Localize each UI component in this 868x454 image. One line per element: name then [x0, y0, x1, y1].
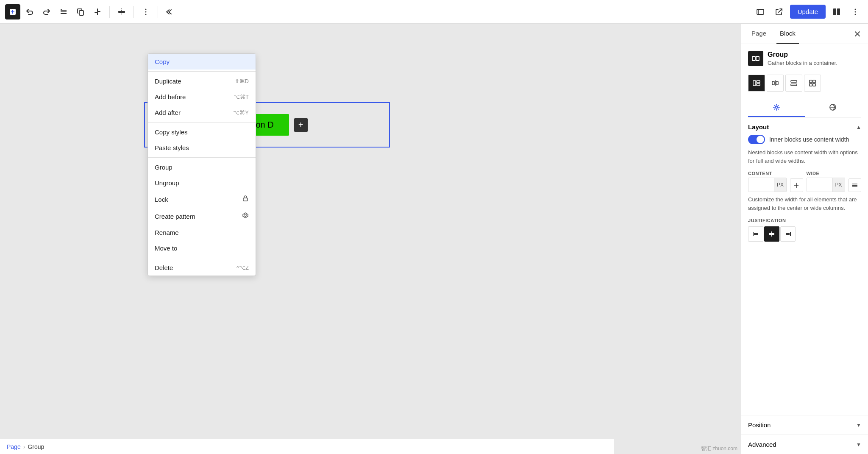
- svg-point-11: [145, 11, 147, 12]
- dimension-row: CONTENT PX WIDE PX: [748, 171, 861, 192]
- content-input[interactable]: [748, 178, 774, 192]
- breadcrumb: Page › Group: [0, 439, 614, 454]
- breadcrumb-separator: ›: [23, 443, 25, 450]
- redo-button[interactable]: [39, 4, 54, 19]
- toolbar: Update: [0, 0, 868, 24]
- svg-rect-34: [791, 81, 797, 82]
- svg-rect-37: [813, 80, 815, 83]
- menu-item-rename[interactable]: Rename: [148, 225, 256, 240]
- update-button[interactable]: Update: [790, 5, 826, 19]
- svg-point-18: [855, 8, 856, 10]
- tab-settings-icon[interactable]: [748, 98, 805, 117]
- menu-item-paste-styles[interactable]: Paste styles: [148, 140, 256, 156]
- breadcrumb-group[interactable]: Group: [28, 443, 44, 450]
- position-section-header[interactable]: Position ▼: [741, 415, 868, 435]
- layout-section-header[interactable]: Layout ▲: [748, 117, 861, 135]
- wide-align-button[interactable]: [849, 178, 861, 192]
- list-view-button[interactable]: [56, 4, 71, 19]
- menu-item-move-to[interactable]: Move to: [148, 240, 256, 256]
- menu-item-group[interactable]: Group: [148, 159, 256, 175]
- svg-point-40: [775, 106, 777, 109]
- group-block-icon: [748, 51, 763, 66]
- menu-item-create-pattern[interactable]: Create pattern: [148, 208, 256, 225]
- svg-rect-35: [791, 84, 797, 86]
- add-block-button[interactable]: [5, 4, 20, 19]
- toggle-row: Inner blocks use content width: [748, 135, 861, 144]
- svg-rect-38: [810, 84, 812, 86]
- svg-point-20: [855, 14, 856, 15]
- svg-rect-29: [757, 81, 760, 83]
- copy-button[interactable]: [73, 4, 88, 19]
- content-width-toggle[interactable]: [748, 135, 765, 144]
- layout-icon-columns[interactable]: [767, 75, 784, 92]
- advanced-section: Advanced ▼: [741, 435, 868, 454]
- block-alignment-button[interactable]: [114, 4, 129, 19]
- view-toggle-button[interactable]: [829, 4, 844, 19]
- svg-point-10: [145, 8, 147, 10]
- panel-body: Group Gather blocks in a container.: [741, 44, 868, 415]
- svg-rect-31: [772, 81, 774, 85]
- svg-rect-7: [79, 11, 83, 15]
- svg-marker-23: [244, 214, 247, 217]
- preview-button[interactable]: [753, 4, 768, 19]
- svg-rect-27: [756, 56, 759, 61]
- content-dimension-group: CONTENT PX: [748, 171, 787, 192]
- layout-icon-grid[interactable]: [804, 75, 821, 92]
- panel-icon-tabs: [748, 98, 861, 117]
- tab-block[interactable]: Block: [776, 24, 799, 44]
- menu-item-add-before[interactable]: Add before ⌥⌘T: [148, 89, 256, 105]
- external-link-button[interactable]: [771, 4, 787, 19]
- layout-icon-group[interactable]: [748, 75, 765, 92]
- menu-item-duplicate[interactable]: Duplicate ⇧⌘D: [148, 73, 256, 89]
- wide-dimension-group: WIDE PX: [807, 171, 845, 192]
- menu-divider-1: [148, 71, 256, 72]
- more-options-button[interactable]: [138, 4, 153, 19]
- toggle-knob: [757, 136, 764, 143]
- more-menu-button[interactable]: [848, 4, 863, 19]
- layout-icon-stack[interactable]: [785, 75, 802, 92]
- undo-button[interactable]: [22, 4, 37, 19]
- svg-rect-51: [769, 233, 774, 235]
- transform-button[interactable]: [90, 4, 105, 19]
- panel-close-button[interactable]: [854, 24, 861, 44]
- justify-center-button[interactable]: [764, 226, 779, 242]
- watermark: 智汇 zhuon.com: [701, 445, 737, 452]
- advanced-chevron-icon: ▼: [856, 442, 861, 448]
- main-area: Button C Button D + Copy Duplicate ⇧⌘D A…: [0, 24, 868, 454]
- advanced-section-header[interactable]: Advanced ▼: [741, 435, 868, 454]
- justify-left-button[interactable]: [748, 226, 763, 242]
- svg-rect-17: [837, 8, 840, 15]
- menu-item-delete[interactable]: Delete ^⌥Z: [148, 260, 256, 276]
- breadcrumb-page[interactable]: Page: [7, 443, 21, 450]
- group-info: Group Gather blocks in a container.: [748, 51, 861, 66]
- svg-rect-16: [833, 8, 836, 15]
- right-panel: Page Block Group Gat: [741, 24, 868, 454]
- content-align-button[interactable]: [790, 178, 803, 192]
- tab-style-icon[interactable]: [805, 98, 862, 117]
- layout-icons-row: [748, 75, 861, 92]
- toolbar-right: Update: [753, 4, 863, 19]
- menu-item-lock[interactable]: Lock: [148, 191, 256, 208]
- menu-item-copy[interactable]: Copy: [148, 54, 256, 70]
- add-block-in-group[interactable]: +: [294, 118, 308, 132]
- context-menu: Copy Duplicate ⇧⌘D Add before ⌥⌘T Add af…: [147, 53, 256, 276]
- menu-divider-2: [148, 122, 256, 123]
- justification-buttons: [748, 226, 861, 242]
- menu-item-add-after[interactable]: Add after ⌥⌘Y: [148, 105, 256, 120]
- position-section: Position ▼: [741, 415, 868, 435]
- menu-item-ungroup[interactable]: Ungroup: [148, 175, 256, 191]
- menu-item-copy-styles[interactable]: Copy styles: [148, 124, 256, 140]
- svg-rect-30: [757, 84, 760, 86]
- wide-input[interactable]: [807, 178, 832, 192]
- position-chevron-icon: ▼: [856, 422, 861, 428]
- svg-line-15: [779, 9, 782, 12]
- svg-point-12: [145, 14, 147, 15]
- canvas: Button C Button D + Copy Duplicate ⇧⌘D A…: [0, 24, 741, 454]
- svg-rect-28: [753, 81, 756, 86]
- tab-page[interactable]: Page: [748, 24, 770, 44]
- menu-divider-3: [148, 157, 256, 158]
- collapse-button[interactable]: [162, 4, 178, 19]
- svg-rect-49: [754, 233, 758, 235]
- svg-rect-13: [757, 9, 764, 14]
- justify-right-button[interactable]: [780, 226, 796, 242]
